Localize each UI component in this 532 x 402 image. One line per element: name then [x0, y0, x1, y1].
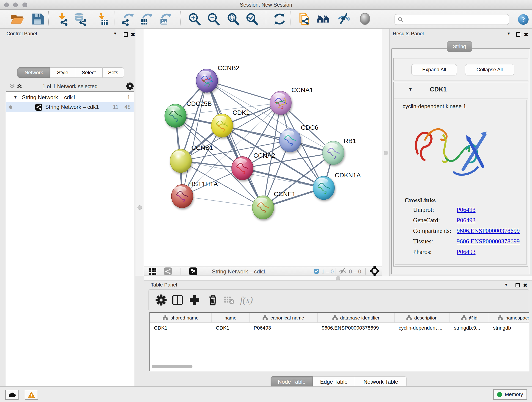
- column-header-namespace[interactable]: namespace: [489, 313, 529, 323]
- column-header--id[interactable]: @id: [450, 313, 489, 323]
- export-image-icon[interactable]: [158, 12, 172, 26]
- control-panel: Control Panel ▼ ✖ NetworkStyleSelectSets…: [0, 29, 135, 386]
- tab-select[interactable]: Select: [75, 67, 102, 78]
- network-node-HIST1H1A[interactable]: [171, 185, 193, 208]
- table-cell[interactable]: CDK1: [150, 323, 212, 332]
- crosslink-link[interactable]: P06493: [457, 206, 476, 213]
- gear-icon[interactable]: [126, 82, 134, 90]
- import-table-icon[interactable]: [95, 12, 109, 26]
- column-header-description[interactable]: description: [394, 313, 450, 323]
- network-node-CCNB2[interactable]: [196, 69, 218, 92]
- save-icon[interactable]: [31, 12, 45, 26]
- left-splitter[interactable]: [135, 29, 144, 276]
- splitter-handle[interactable]: [384, 151, 388, 155]
- splitter-handle[interactable]: [138, 205, 142, 210]
- network-collection-row[interactable]: ▼ String Network – cdk1 1: [6, 93, 134, 102]
- tab-network[interactable]: Network: [17, 67, 50, 78]
- close-panel-icon[interactable]: ✖: [523, 283, 527, 288]
- zoom-in-icon[interactable]: [187, 12, 202, 26]
- float-panel-icon[interactable]: [516, 32, 520, 37]
- column-header-canonical-name[interactable]: canonical name: [249, 313, 317, 323]
- memory-button[interactable]: Memory: [493, 389, 527, 400]
- add-column-icon[interactable]: [188, 294, 201, 306]
- protein-section-header[interactable]: ▼ CDK1: [394, 82, 528, 99]
- right-splitter[interactable]: [382, 29, 389, 276]
- gray-sphere-icon[interactable]: [358, 12, 373, 26]
- collapse-all-button[interactable]: Collapse All: [465, 64, 514, 75]
- network-node-CCNE1[interactable]: [252, 196, 274, 219]
- gear-icon[interactable]: [155, 294, 167, 306]
- help-button[interactable]: ?: [518, 14, 529, 25]
- table-cell[interactable]: 9606.ENSP00000378699: [317, 323, 394, 332]
- first-neighbors-icon[interactable]: [298, 12, 312, 26]
- horizontal-splitter[interactable]: [144, 276, 532, 281]
- network-canvas[interactable]: CCNB2 CCNA1 CDC25B CDK1 CDC6 RB1 CCNB1 C…: [144, 29, 382, 267]
- float-panel-icon[interactable]: [515, 283, 520, 287]
- table-panel-title: Table Panel: [151, 282, 177, 288]
- hidden-eye-icon[interactable]: [339, 268, 346, 274]
- column-header-name[interactable]: name: [212, 313, 249, 323]
- disclosure-triangle-icon[interactable]: ▼: [13, 95, 17, 100]
- node-label-CCNE1: CCNE1: [274, 191, 296, 198]
- import-network-icon[interactable]: [55, 12, 69, 26]
- close-panel-icon[interactable]: ✖: [131, 32, 135, 37]
- tab-edge-table[interactable]: Edge Table: [313, 376, 355, 387]
- show-columns-icon[interactable]: [171, 294, 184, 306]
- table-cell[interactable]: CDK1: [212, 323, 249, 332]
- export-network-icon[interactable]: [120, 12, 135, 26]
- column-header-shared-name[interactable]: shared name: [150, 313, 212, 323]
- zoom-fit-icon[interactable]: [226, 12, 240, 26]
- network-node-RB1[interactable]: [323, 141, 344, 165]
- crosslink-link[interactable]: P06493: [457, 249, 476, 255]
- search-input[interactable]: [405, 15, 506, 24]
- fit-content-target-icon[interactable]: [369, 266, 380, 276]
- disclosure-triangle-icon[interactable]: ▼: [408, 87, 413, 92]
- delete-column-icon[interactable]: [207, 294, 219, 306]
- export-table-icon[interactable]: [139, 12, 153, 26]
- zoom-selected-icon[interactable]: [245, 12, 259, 26]
- horizontal-scrollbar-thumb[interactable]: [152, 365, 192, 368]
- crosslink-link[interactable]: 9606.ENSP00000378699: [457, 238, 520, 245]
- column-header-database-identifier[interactable]: database identifier: [317, 313, 394, 323]
- network-badge-gray-icon[interactable]: [164, 268, 172, 275]
- splitter-handle[interactable]: [336, 276, 340, 280]
- grid-view-icon[interactable]: [149, 268, 157, 275]
- crosslink-link[interactable]: 9606.ENSP00000378699: [457, 227, 520, 235]
- network-node-CCNB1[interactable]: [170, 149, 191, 172]
- hide-unselected-icon[interactable]: [337, 12, 351, 26]
- collapse-panel-icon[interactable]: ▼: [507, 32, 511, 36]
- network-node-CDK1[interactable]: [211, 114, 233, 137]
- network-node-CCNA2[interactable]: [232, 157, 253, 180]
- float-panel-icon[interactable]: [124, 32, 128, 37]
- refresh-icon[interactable]: [272, 12, 286, 26]
- table-cell[interactable]: P06493: [249, 323, 317, 332]
- network-node-CCNA1[interactable]: [270, 91, 291, 115]
- cloud-button[interactable]: [5, 390, 19, 400]
- network-node-CDKN1A[interactable]: [313, 176, 335, 200]
- string-home-icon[interactable]: [317, 12, 331, 26]
- import-database-icon[interactable]: [73, 12, 87, 26]
- collapse-panel-icon[interactable]: ▼: [504, 283, 508, 287]
- zoom-out-icon[interactable]: [206, 12, 221, 26]
- table-cell[interactable]: stringdb:9...: [450, 323, 489, 332]
- table-cell[interactable]: stringdb: [489, 323, 529, 332]
- tab-node-table[interactable]: Node Table: [271, 376, 313, 387]
- node-label-CDKN1A: CDKN1A: [335, 172, 361, 179]
- expand-all-button[interactable]: Expand All: [412, 64, 457, 75]
- network-row-selected[interactable]: String Network – cdk1 11 48: [6, 102, 134, 112]
- tab-style[interactable]: Style: [50, 67, 75, 78]
- birdseye-view-icon[interactable]: [189, 268, 197, 275]
- open-folder-icon[interactable]: [10, 12, 24, 26]
- network-node-CDC6[interactable]: [279, 128, 301, 152]
- crosslink-link[interactable]: P06493: [457, 217, 476, 224]
- tab-network-table[interactable]: Network Table: [355, 376, 407, 387]
- table-cell[interactable]: cyclin-dependent ...: [394, 323, 450, 332]
- network-node-CDC25B[interactable]: [165, 104, 186, 128]
- close-panel-icon[interactable]: ✖: [524, 32, 528, 37]
- tab-string[interactable]: String: [447, 41, 472, 52]
- warnings-button[interactable]: [25, 390, 38, 400]
- title-bar: Session: New Session: [0, 0, 532, 10]
- tab-sets[interactable]: Sets: [102, 67, 124, 78]
- selected-checkbox-icon[interactable]: [314, 269, 319, 274]
- collapse-panel-icon[interactable]: ▼: [113, 32, 117, 36]
